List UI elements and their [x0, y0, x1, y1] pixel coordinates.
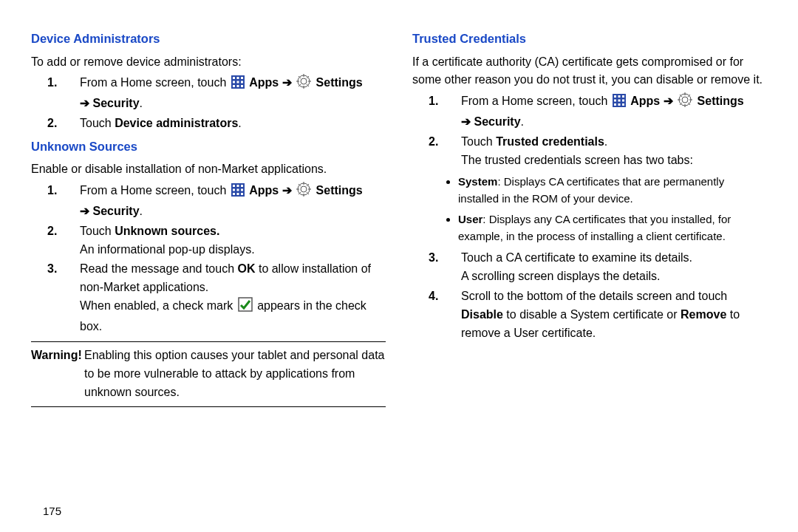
warning-block: Warning! Enabling this option causes you…: [31, 341, 386, 406]
step-body: From a Home screen, touch Apps ➔ Setting…: [80, 182, 386, 221]
step-2: 2. Touch Trusted credentials. The truste…: [412, 133, 767, 170]
heading-unknown-sources: Unknown Sources: [31, 137, 386, 157]
svg-point-51: [682, 97, 688, 103]
text: A scrolling screen displays the details.: [461, 270, 660, 282]
svg-rect-50: [622, 103, 624, 106]
intro-unknown-sources: Enable or disable installation of non-Ma…: [31, 160, 386, 179]
left-column: Device Administrators To add or remove d…: [31, 27, 386, 494]
step-2: 2. Touch Unknown sources. An information…: [31, 222, 386, 259]
apps-label: Apps: [630, 95, 660, 107]
bold-text: Disable: [461, 308, 503, 321]
text: Touch: [80, 117, 115, 129]
step-1: 1. From a Home screen, touch Apps ➔ Sett…: [412, 92, 767, 132]
text: Touch: [461, 135, 496, 148]
step-number: 2.: [412, 133, 461, 151]
arrow-icon: ➔: [80, 205, 89, 217]
svg-rect-7: [233, 85, 235, 87]
step-1: 1. From a Home screen, touch Apps ➔ Sett…: [31, 74, 386, 113]
svg-rect-8: [236, 85, 239, 87]
step-body: Touch Device administrators.: [80, 115, 386, 133]
step-1: 1. From a Home screen, touch Apps ➔ Sett…: [31, 182, 386, 221]
step-3: 3. Touch a CA certificate to examine its…: [412, 249, 767, 286]
bullet-system: System: Displays CA certificates that ar…: [458, 174, 767, 207]
svg-rect-21: [233, 185, 235, 187]
bold-text: OK: [237, 262, 255, 275]
arrow-icon: ➔: [80, 97, 89, 109]
step-body: Touch a CA certificate to examine its de…: [461, 249, 767, 286]
svg-rect-42: [614, 95, 616, 98]
warning-body: Enabling this option causes your tablet …: [84, 347, 386, 401]
bold-text: Remove: [681, 308, 726, 321]
columns: Device Administrators To add or remove d…: [31, 27, 767, 494]
bullet-rest: : Displays CA certificates that are perm…: [458, 175, 724, 205]
step-number: 2.: [31, 115, 80, 133]
period: .: [238, 117, 241, 129]
arrow-icon: ➔: [282, 76, 292, 89]
svg-rect-1: [233, 77, 235, 79]
text: to disable a System certificate or: [503, 308, 681, 321]
svg-rect-23: [241, 185, 243, 187]
step-body: Read the message and touch OK to allow i…: [80, 260, 386, 335]
apps-icon: [231, 183, 245, 202]
step-number: 1.: [31, 74, 80, 92]
svg-rect-2: [236, 77, 239, 79]
step-body: From a Home screen, touch Apps ➔ Setting…: [80, 74, 386, 113]
svg-rect-9: [241, 85, 243, 87]
text: Touch: [80, 225, 115, 237]
step-number: 2.: [31, 222, 80, 241]
svg-rect-49: [618, 103, 620, 106]
text: From a Home screen, touch: [80, 76, 230, 89]
apps-icon: [231, 75, 245, 95]
tabs-list: System: Displays CA certificates that ar…: [412, 174, 767, 245]
bold-text: Trusted credentials: [496, 135, 604, 148]
apps-label: Apps: [249, 184, 279, 197]
step-number: 3.: [412, 249, 461, 267]
text: Scroll to the bottom of the details scre…: [461, 290, 727, 302]
svg-point-10: [301, 78, 307, 84]
warning-label: Warning!: [31, 347, 84, 401]
settings-label: Settings: [316, 184, 363, 197]
settings-label: Settings: [316, 76, 363, 89]
steps-trusted-credentials-cont: 3. Touch a CA certificate to examine its…: [412, 249, 767, 342]
svg-rect-45: [614, 100, 616, 102]
svg-rect-29: [241, 193, 243, 195]
bullet-label: User: [458, 213, 482, 225]
heading-trusted-credentials: Trusted Credentials: [412, 30, 767, 49]
svg-rect-24: [233, 189, 235, 191]
svg-rect-3: [241, 77, 243, 79]
bullet-label: System: [458, 175, 497, 188]
step-2: 2. Touch Device administrators.: [31, 115, 386, 133]
period: .: [140, 205, 143, 217]
svg-rect-5: [236, 81, 239, 83]
arrow-icon: ➔: [282, 184, 292, 197]
intro-device-administrators: To add or remove device administrators:: [31, 53, 386, 72]
svg-rect-46: [618, 100, 620, 102]
bold-text: Unknown sources.: [115, 225, 219, 237]
settings-icon: [296, 182, 311, 202]
apps-icon: [613, 94, 626, 113]
period: .: [521, 115, 524, 128]
step-number: 4.: [412, 287, 461, 306]
step-body: Touch Unknown sources. An informational …: [80, 222, 386, 259]
step-number: 3.: [31, 260, 80, 279]
page-number: 175: [31, 494, 767, 532]
svg-rect-6: [241, 81, 243, 83]
arrow-icon: ➔: [664, 95, 673, 107]
svg-rect-48: [614, 103, 616, 106]
text: Read the message and touch: [80, 262, 237, 275]
svg-rect-28: [236, 193, 239, 195]
svg-rect-40: [239, 298, 252, 311]
apps-label: Apps: [249, 76, 279, 89]
arrow-icon: ➔: [461, 115, 471, 128]
step-number: 1.: [31, 182, 80, 200]
period: .: [140, 97, 143, 109]
svg-rect-25: [236, 189, 239, 191]
text: Touch a CA certificate to examine its de…: [461, 251, 692, 264]
text: An informational pop-up displays.: [80, 243, 255, 256]
svg-rect-22: [236, 185, 239, 187]
step-body: Scroll to the bottom of the details scre…: [461, 287, 767, 342]
bullet-rest: : Displays any CA certificates that you …: [458, 213, 731, 242]
step-body: From a Home screen, touch Apps ➔ Setting…: [461, 92, 767, 132]
steps-unknown-sources: 1. From a Home screen, touch Apps ➔ Sett…: [31, 182, 386, 335]
bullet-user: User: Displays any CA certificates that …: [458, 211, 767, 245]
